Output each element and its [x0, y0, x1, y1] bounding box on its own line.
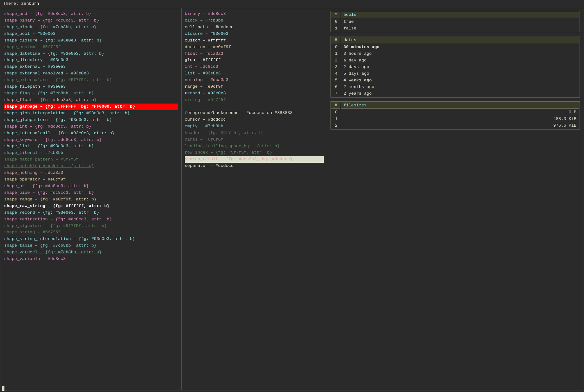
ui-setting-line: cursor – #dcdccc [185, 117, 324, 123]
bools-table: # bools 0true1false [331, 11, 580, 32]
ui-setting-line: header – {fg: #5f7f5f, attr: b} [185, 130, 324, 136]
shape-line: shape_redirection – {fg: #dc8cc3, attr: … [4, 216, 178, 223]
row-val: true [341, 19, 579, 25]
type-line: float – #dca3a3 [185, 51, 324, 57]
shape-line: shape_filepath – #93e0e3 [4, 84, 178, 90]
filesizes-table: # filesizes 00 B1488.3 KiB2976.6 KiB [331, 101, 580, 130]
shape-line: shape_record – {fg: #93e0e3, attr: b} [4, 210, 178, 216]
shape-line: shape_int – {fg: #dc8cc3, attr: b} [4, 123, 178, 130]
row-val: 5 days ago [341, 71, 579, 77]
shape-line: shape_literal – #7cb8bb [4, 150, 178, 156]
dates-val-header: dates [341, 37, 579, 43]
table-row: 030 minutes ago [331, 44, 579, 50]
dates-table: # dates 030 minutes ago13 hours ago2a da… [331, 36, 580, 98]
ui-setting-line: separator – #dcdccc [185, 163, 324, 169]
shape-line: shape_datetime – {fg: #93e0e3, attr: b} [4, 51, 178, 57]
tables-section: # bools 0true1false # dates 030 minutes … [331, 11, 580, 130]
type-line: string – #5f7f5f [185, 97, 324, 104]
row-val: 976.6 KiB [341, 123, 579, 129]
table-row: 1488.3 KiB [331, 116, 579, 122]
filesizes-val-header: filesizes [341, 102, 579, 109]
shape-line: shape_variable – #dc8cc3 [4, 256, 178, 262]
row-num: 6 [331, 84, 340, 90]
type-line: block – #7cb8bb [185, 17, 324, 24]
shape-line: shape_external – #93e0e3 [4, 64, 178, 70]
shape-line: shape_match_pattern – #5f7f5f [4, 156, 178, 163]
shape-line: shape_bool – #93e0e3 [4, 31, 178, 37]
table-row: 0true [331, 19, 579, 25]
bools-val-header: bools [341, 12, 579, 18]
shape-line: shape_flag – {fg: #7cb8bb, attr: b} [4, 90, 178, 97]
ui-setting-line: empty – #7cb8bb [185, 123, 324, 130]
row-val: 2 years ago [341, 91, 579, 97]
row-num: 7 [331, 91, 340, 97]
table-row: 32 days ago [331, 64, 579, 70]
table-row: 00 B [331, 109, 579, 115]
shape-line: shape_range – {fg: #e0cf9f, attr: b} [4, 196, 178, 203]
col3-tables: # bools 0true1false # dates 030 minutes … [327, 8, 583, 390]
shape-line: shape_table – {fg: #7cb8bb, attr: b} [4, 243, 178, 249]
filesizes-num-header: # [331, 102, 340, 109]
dates-num-header: # [331, 37, 340, 43]
shape-line: shape_float – {fg: #dca3a3, attr: b} [4, 97, 178, 104]
row-num: 1 [331, 25, 340, 31]
row-num: 5 [331, 77, 340, 83]
shape-line: shape_globpattern – {fg: #93e0e3, attr: … [4, 117, 178, 123]
shape-line: shape_signature – {fg: #5f7f5f, attr: b} [4, 223, 178, 230]
main-container: shape_and – {fg: #dc8cc3, attr: b}shape_… [1, 8, 583, 390]
type-line: list – #93e0e3 [185, 70, 324, 77]
type-line: cell-path – #dcdccc [185, 24, 324, 31]
terminal-cursor [2, 386, 4, 391]
shape-line: shape_binary – {fg: #dc8cc3, attr: b} [4, 17, 178, 24]
ui-setting-line: row_index – {fg: #5f7f5f, attr: b} [185, 149, 324, 156]
shape-line: shape_pipe – {fg: #dc8cc3, attr: b} [4, 190, 178, 196]
shape-line: shape_operator – #e0cf9f [4, 176, 178, 183]
bools-num-header: # [331, 12, 340, 18]
row-val: 2 days ago [341, 64, 579, 70]
shape-line: shape_nothing – #dca3a3 [4, 170, 178, 176]
row-num: 0 [331, 109, 340, 115]
shape-line: shape_or – {fg: #dc8cc3, attr: b} [4, 183, 178, 190]
row-num: 1 [331, 51, 340, 57]
row-num: 1 [331, 116, 340, 122]
ui-setting-line: hints – #6f6f6f [185, 136, 324, 143]
shape-line: shape_custom – #5f7f5f [4, 44, 178, 51]
row-val: a day ago [341, 57, 579, 63]
type-line: duration – #e0cf9f [185, 44, 324, 51]
shape-line: shape_string – #5f7f5f [4, 229, 178, 236]
shape-line: shape_internalcall – {fg: #93e0e3, attr:… [4, 130, 178, 137]
row-num: 2 [331, 57, 340, 63]
shape-line: shape_list – {fg: #93e0e3, attr: b} [4, 143, 178, 150]
theme-label: Theme: zenburn [0, 0, 584, 7]
type-line: custom – #ffffff [185, 37, 324, 44]
row-num: 0 [331, 19, 340, 25]
row-val: false [341, 25, 579, 31]
shape-line: shape_external_resolved – #93e0e3 [4, 70, 178, 77]
shape-line: shape_externalarg – {fg: #5f7f5f, attr: … [4, 77, 178, 84]
shape-line: shape_closure – {fg: #93e0e3, attr: b} [4, 37, 178, 44]
table-row: 72 years ago [331, 91, 579, 97]
row-num: 3 [331, 64, 340, 70]
shape-line: shape_raw_string – {fg: #ffffff, attr: b… [4, 203, 178, 210]
table-row: 2976.6 KiB [331, 123, 579, 129]
type-line: closure – #93e0e3 [185, 31, 324, 37]
shape-line: shape_glob_interpolation – {fg: #93e0e3,… [4, 110, 178, 117]
type-line: binary – #dc8cc3 [185, 11, 324, 17]
shape-line: shape_matching_brackets – {attr: u} [4, 163, 178, 170]
col2-types: binary – #dc8cc3block – #7cb8bbcell-path… [182, 8, 327, 390]
row-val: 3 hours ago [341, 51, 579, 57]
shape-line: shape_garbage – {fg: #FFFFFF, bg: #FF000… [4, 104, 178, 110]
row-val: 4 weeks ago [341, 77, 579, 83]
table-row: 45 days ago [331, 71, 579, 77]
type-line: int – #dc8cc3 [185, 64, 324, 70]
theme-bar: Theme: zenburn [0, 0, 584, 7]
row-val: 488.3 KiB [341, 116, 579, 122]
shape-line: shape_keyword – {fg: #dc8cc3, attr: b} [4, 137, 178, 143]
shape-line: shape_string_interpolation – {fg: #93e0e… [4, 236, 178, 243]
row-val: 2 months ago [341, 84, 579, 90]
type-line: record – #93e0e3 [185, 90, 324, 97]
type-line: range – #e0cf9f [185, 84, 324, 90]
table-row: 13 hours ago [331, 51, 579, 57]
table-row: 62 months ago [331, 84, 579, 90]
shape-line: shape_vardecl – {fg: #7cb8bb, attr: u} [4, 249, 178, 256]
